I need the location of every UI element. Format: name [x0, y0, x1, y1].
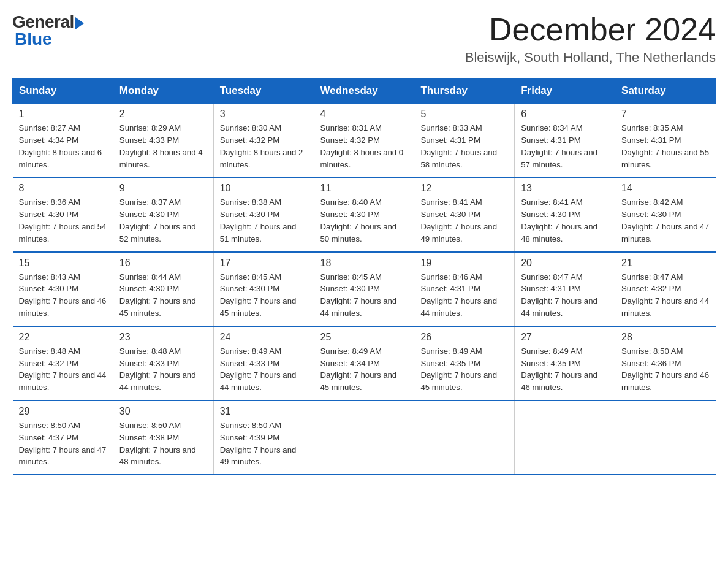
day-info: Sunrise: 8:50 AM Sunset: 4:39 PM Dayligh… [220, 419, 308, 468]
calendar-cell: 1 Sunrise: 8:27 AM Sunset: 4:34 PM Dayli… [13, 104, 113, 178]
col-saturday: Saturday [615, 79, 716, 104]
day-info: Sunrise: 8:40 AM Sunset: 4:30 PM Dayligh… [320, 196, 408, 245]
day-number: 21 [621, 258, 709, 269]
day-info: Sunrise: 8:50 AM Sunset: 4:38 PM Dayligh… [119, 419, 207, 468]
day-number: 23 [119, 332, 207, 343]
calendar-cell: 17 Sunrise: 8:45 AM Sunset: 4:30 PM Dayl… [213, 252, 314, 326]
calendar-cell: 2 Sunrise: 8:29 AM Sunset: 4:33 PM Dayli… [113, 104, 213, 178]
logo-arrow-icon [75, 17, 84, 29]
day-number: 22 [19, 332, 107, 343]
day-number: 3 [220, 109, 308, 120]
day-info: Sunrise: 8:31 AM Sunset: 4:32 PM Dayligh… [320, 122, 408, 170]
day-info: Sunrise: 8:49 AM Sunset: 4:34 PM Dayligh… [320, 345, 408, 394]
calendar-week-row: 22 Sunrise: 8:48 AM Sunset: 4:32 PM Dayl… [13, 326, 716, 400]
day-info: Sunrise: 8:41 AM Sunset: 4:30 PM Dayligh… [420, 196, 508, 245]
calendar-cell: 30 Sunrise: 8:50 AM Sunset: 4:38 PM Dayl… [113, 400, 213, 475]
day-info: Sunrise: 8:37 AM Sunset: 4:30 PM Dayligh… [119, 196, 207, 245]
day-info: Sunrise: 8:38 AM Sunset: 4:30 PM Dayligh… [220, 196, 308, 245]
day-number: 28 [621, 332, 709, 343]
calendar-cell: 5 Sunrise: 8:33 AM Sunset: 4:31 PM Dayli… [414, 104, 515, 178]
calendar-cell: 23 Sunrise: 8:48 AM Sunset: 4:33 PM Dayl… [113, 326, 213, 400]
day-number: 4 [320, 109, 408, 120]
day-number: 16 [119, 258, 207, 269]
calendar-week-row: 15 Sunrise: 8:43 AM Sunset: 4:30 PM Dayl… [13, 252, 716, 326]
day-info: Sunrise: 8:36 AM Sunset: 4:30 PM Dayligh… [19, 196, 107, 245]
day-info: Sunrise: 8:47 AM Sunset: 4:32 PM Dayligh… [621, 271, 709, 320]
day-info: Sunrise: 8:44 AM Sunset: 4:30 PM Dayligh… [119, 271, 207, 320]
day-number: 26 [420, 332, 508, 343]
day-number: 31 [220, 406, 308, 417]
day-number: 19 [420, 258, 508, 269]
day-number: 1 [19, 109, 107, 120]
day-info: Sunrise: 8:30 AM Sunset: 4:32 PM Dayligh… [220, 122, 308, 170]
day-info: Sunrise: 8:29 AM Sunset: 4:33 PM Dayligh… [119, 122, 207, 170]
day-info: Sunrise: 8:45 AM Sunset: 4:30 PM Dayligh… [320, 271, 408, 320]
calendar-week-row: 29 Sunrise: 8:50 AM Sunset: 4:37 PM Dayl… [13, 400, 716, 475]
calendar-cell: 3 Sunrise: 8:30 AM Sunset: 4:32 PM Dayli… [213, 104, 314, 178]
col-friday: Friday [515, 79, 615, 104]
calendar-cell: 12 Sunrise: 8:41 AM Sunset: 4:30 PM Dayl… [414, 177, 515, 251]
calendar-cell: 26 Sunrise: 8:49 AM Sunset: 4:35 PM Dayl… [414, 326, 515, 400]
title-section: December 2024 Bleiswijk, South Holland, … [465, 12, 716, 66]
day-number: 24 [220, 332, 308, 343]
day-info: Sunrise: 8:33 AM Sunset: 4:31 PM Dayligh… [420, 122, 508, 170]
calendar-cell: 8 Sunrise: 8:36 AM Sunset: 4:30 PM Dayli… [13, 177, 113, 251]
day-info: Sunrise: 8:27 AM Sunset: 4:34 PM Dayligh… [19, 122, 107, 170]
day-number: 25 [320, 332, 408, 343]
day-number: 29 [19, 406, 107, 417]
day-info: Sunrise: 8:42 AM Sunset: 4:30 PM Dayligh… [621, 196, 709, 245]
day-number: 17 [220, 258, 308, 269]
day-number: 5 [420, 109, 508, 120]
calendar-cell: 27 Sunrise: 8:49 AM Sunset: 4:35 PM Dayl… [515, 326, 615, 400]
col-thursday: Thursday [414, 79, 515, 104]
day-number: 7 [621, 109, 709, 120]
day-number: 6 [521, 109, 609, 120]
logo: General Blue [12, 12, 84, 49]
col-monday: Monday [113, 79, 213, 104]
calendar-cell: 15 Sunrise: 8:43 AM Sunset: 4:30 PM Dayl… [13, 252, 113, 326]
page-header: General Blue December 2024 Bleiswijk, So… [12, 12, 716, 66]
calendar-header-row: Sunday Monday Tuesday Wednesday Thursday… [13, 79, 716, 104]
calendar-cell [414, 400, 515, 475]
calendar-cell: 6 Sunrise: 8:34 AM Sunset: 4:31 PM Dayli… [515, 104, 615, 178]
day-info: Sunrise: 8:48 AM Sunset: 4:33 PM Dayligh… [119, 345, 207, 394]
day-info: Sunrise: 8:48 AM Sunset: 4:32 PM Dayligh… [19, 345, 107, 394]
calendar-cell: 16 Sunrise: 8:44 AM Sunset: 4:30 PM Dayl… [113, 252, 213, 326]
calendar-cell: 9 Sunrise: 8:37 AM Sunset: 4:30 PM Dayli… [113, 177, 213, 251]
day-number: 12 [420, 183, 508, 194]
day-number: 15 [19, 258, 107, 269]
calendar-cell: 18 Sunrise: 8:45 AM Sunset: 4:30 PM Dayl… [314, 252, 414, 326]
day-info: Sunrise: 8:47 AM Sunset: 4:31 PM Dayligh… [521, 271, 609, 320]
day-info: Sunrise: 8:34 AM Sunset: 4:31 PM Dayligh… [521, 122, 609, 170]
col-sunday: Sunday [13, 79, 113, 104]
calendar-cell: 21 Sunrise: 8:47 AM Sunset: 4:32 PM Dayl… [615, 252, 716, 326]
day-number: 10 [220, 183, 308, 194]
calendar-cell: 19 Sunrise: 8:46 AM Sunset: 4:31 PM Dayl… [414, 252, 515, 326]
calendar-cell: 10 Sunrise: 8:38 AM Sunset: 4:30 PM Dayl… [213, 177, 314, 251]
calendar-table: Sunday Monday Tuesday Wednesday Thursday… [12, 78, 716, 475]
day-info: Sunrise: 8:49 AM Sunset: 4:35 PM Dayligh… [420, 345, 508, 394]
location-title: Bleiswijk, South Holland, The Netherland… [465, 50, 716, 66]
calendar-cell: 29 Sunrise: 8:50 AM Sunset: 4:37 PM Dayl… [13, 400, 113, 475]
day-number: 9 [119, 183, 207, 194]
day-info: Sunrise: 8:50 AM Sunset: 4:36 PM Dayligh… [621, 345, 709, 394]
calendar-week-row: 8 Sunrise: 8:36 AM Sunset: 4:30 PM Dayli… [13, 177, 716, 251]
day-number: 18 [320, 258, 408, 269]
day-info: Sunrise: 8:35 AM Sunset: 4:31 PM Dayligh… [621, 122, 709, 170]
calendar-cell [314, 400, 414, 475]
calendar-cell: 28 Sunrise: 8:50 AM Sunset: 4:36 PM Dayl… [615, 326, 716, 400]
day-number: 8 [19, 183, 107, 194]
calendar-cell: 31 Sunrise: 8:50 AM Sunset: 4:39 PM Dayl… [213, 400, 314, 475]
day-number: 14 [621, 183, 709, 194]
calendar-cell: 13 Sunrise: 8:41 AM Sunset: 4:30 PM Dayl… [515, 177, 615, 251]
calendar-cell: 7 Sunrise: 8:35 AM Sunset: 4:31 PM Dayli… [615, 104, 716, 178]
logo-blue-text: Blue [12, 29, 52, 49]
day-info: Sunrise: 8:43 AM Sunset: 4:30 PM Dayligh… [19, 271, 107, 320]
calendar-week-row: 1 Sunrise: 8:27 AM Sunset: 4:34 PM Dayli… [13, 104, 716, 178]
calendar-cell: 25 Sunrise: 8:49 AM Sunset: 4:34 PM Dayl… [314, 326, 414, 400]
day-info: Sunrise: 8:49 AM Sunset: 4:35 PM Dayligh… [521, 345, 609, 394]
day-info: Sunrise: 8:46 AM Sunset: 4:31 PM Dayligh… [420, 271, 508, 320]
day-info: Sunrise: 8:41 AM Sunset: 4:30 PM Dayligh… [521, 196, 609, 245]
calendar-cell [515, 400, 615, 475]
day-number: 11 [320, 183, 408, 194]
